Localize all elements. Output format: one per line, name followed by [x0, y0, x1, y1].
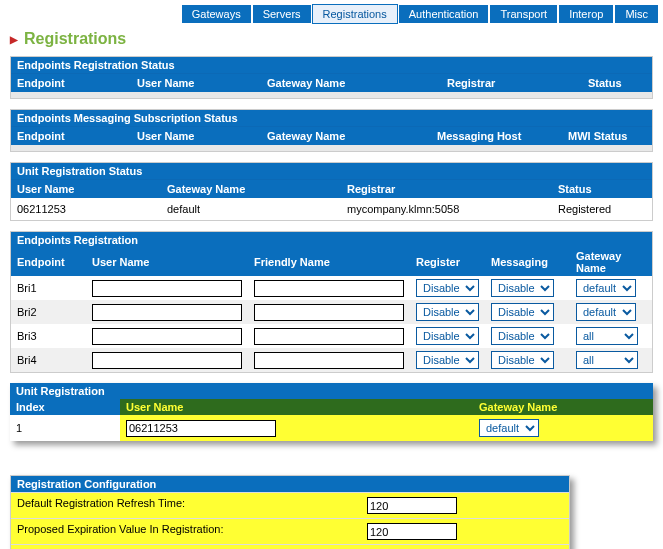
col-register: Register — [410, 248, 485, 276]
cell-index: 1 — [10, 415, 120, 441]
messaging-select[interactable]: Disable — [491, 279, 554, 297]
config-row: Proposed Expiration Value In Registratio… — [11, 518, 569, 544]
username-input[interactable] — [92, 304, 242, 321]
col-endpoint: Endpoint — [11, 248, 86, 276]
column-headers: Endpoint User Name Friendly Name Registe… — [11, 248, 652, 276]
col-registrar: Registrar — [441, 76, 582, 90]
col-msghost: Messaging Host — [431, 129, 562, 143]
friendly-input[interactable] — [254, 304, 404, 321]
friendly-input[interactable] — [254, 280, 404, 297]
column-headers: Endpoint User Name Gateway Name Messagin… — [11, 126, 652, 145]
tab-interop[interactable]: Interop — [558, 4, 614, 24]
col-username: User Name — [120, 399, 473, 415]
col-endpoint: Endpoint — [11, 76, 131, 90]
config-label: Proposed Expiration Value In Registratio… — [17, 523, 367, 540]
top-tabs: Gateways Servers Registrations Authentic… — [0, 0, 663, 26]
gateway-select[interactable]: all — [576, 351, 638, 369]
cell-registrar: mycompany.klmn:5058 — [341, 202, 552, 216]
messaging-select[interactable]: Disable — [491, 303, 554, 321]
col-username: User Name — [86, 248, 248, 276]
messaging-select[interactable]: Disable — [491, 327, 554, 345]
col-gatewayname: Gateway Name — [570, 248, 652, 276]
column-headers: User Name Gateway Name Registrar Status — [11, 179, 652, 198]
column-headers: Endpoint User Name Gateway Name Registra… — [11, 73, 652, 92]
username-input[interactable] — [92, 280, 242, 297]
section-title: Unit Registration — [10, 383, 653, 399]
refresh-time-input[interactable] — [367, 497, 457, 514]
config-row: Default Registration Refresh Time: — [11, 492, 569, 518]
tab-misc[interactable]: Misc — [614, 4, 659, 24]
table-row: 06211253 default mycompany.klmn:5058 Reg… — [11, 198, 652, 220]
config-label: Default Registration Refresh Time: — [17, 497, 367, 514]
table-row: 1 default — [10, 415, 653, 441]
col-username: User Name — [11, 182, 161, 196]
tab-registrations[interactable]: Registrations — [312, 4, 398, 24]
col-friendly: Friendly Name — [248, 248, 410, 276]
col-username: User Name — [131, 129, 261, 143]
page-title-text: Registrations — [24, 30, 126, 47]
gateway-select[interactable]: default — [479, 419, 539, 437]
gateway-select[interactable]: default — [576, 279, 636, 297]
cell-endpoint: Bri4 — [11, 348, 86, 372]
section-unit-reg: Unit Registration Index User Name Gatewa… — [10, 383, 653, 441]
section-endpoints-reg: Endpoints Registration Endpoint User Nam… — [10, 231, 653, 373]
register-select[interactable]: Disable — [416, 327, 479, 345]
col-username: User Name — [131, 76, 261, 90]
section-title: Registration Configuration — [11, 476, 569, 492]
tab-servers[interactable]: Servers — [252, 4, 312, 24]
cell-endpoint: Bri1 — [11, 276, 86, 300]
friendly-input[interactable] — [254, 328, 404, 345]
register-select[interactable]: Disable — [416, 303, 479, 321]
cell-gateway: default — [161, 202, 341, 216]
username-input[interactable] — [92, 352, 242, 369]
col-messaging: Messaging — [485, 248, 570, 276]
cell-status: Registered — [552, 202, 652, 216]
column-headers: Index User Name Gateway Name — [10, 399, 653, 415]
messaging-select[interactable]: Disable — [491, 351, 554, 369]
col-endpoint: Endpoint — [11, 129, 131, 143]
table-row: Bri4 Disable Disable all — [11, 348, 652, 372]
section-title: Unit Registration Status — [11, 163, 652, 179]
username-input[interactable] — [126, 420, 276, 437]
section-endpoints-msg-status: Endpoints Messaging Subscription Status … — [10, 109, 653, 152]
section-endpoints-reg-status: Endpoints Registration Status Endpoint U… — [10, 56, 653, 99]
col-status: Status — [582, 76, 652, 90]
section-unit-reg-status: Unit Registration Status User Name Gatew… — [10, 162, 653, 221]
table-row: Bri2 Disable Disable default — [11, 300, 652, 324]
col-gateway: Gateway Name — [261, 129, 431, 143]
page-title: ▶Registrations — [0, 26, 663, 52]
col-registrar: Registrar — [341, 182, 552, 196]
section-reg-config: Registration Configuration Default Regis… — [10, 475, 570, 549]
cell-username: 06211253 — [11, 202, 161, 216]
register-select[interactable]: Disable — [416, 351, 479, 369]
gateway-select[interactable]: all — [576, 327, 638, 345]
col-mwistatus: MWI Status — [562, 129, 652, 143]
col-gateway: Gateway Name — [161, 182, 341, 196]
gateway-select[interactable]: default — [576, 303, 636, 321]
section-title: Endpoints Registration Status — [11, 57, 652, 73]
table-row: Bri1 Disable Disable default — [11, 276, 652, 300]
arrow-icon: ▶ — [10, 34, 18, 45]
tab-transport[interactable]: Transport — [489, 4, 558, 24]
table-row: Bri3 Disable Disable all — [11, 324, 652, 348]
section-title: Endpoints Messaging Subscription Status — [11, 110, 652, 126]
col-gateway: Gateway Name — [261, 76, 441, 90]
tab-authentication[interactable]: Authentication — [398, 4, 490, 24]
cell-endpoint: Bri3 — [11, 324, 86, 348]
col-status: Status — [552, 182, 652, 196]
register-select[interactable]: Disable — [416, 279, 479, 297]
cell-endpoint: Bri2 — [11, 300, 86, 324]
proposed-expiration-input[interactable] — [367, 523, 457, 540]
tab-gateways[interactable]: Gateways — [181, 4, 252, 24]
section-title: Endpoints Registration — [11, 232, 652, 248]
col-index: Index — [10, 399, 120, 415]
config-row: Default Expiration Value In Registration… — [11, 544, 569, 549]
friendly-input[interactable] — [254, 352, 404, 369]
col-gateway: Gateway Name — [473, 399, 653, 415]
username-input[interactable] — [92, 328, 242, 345]
